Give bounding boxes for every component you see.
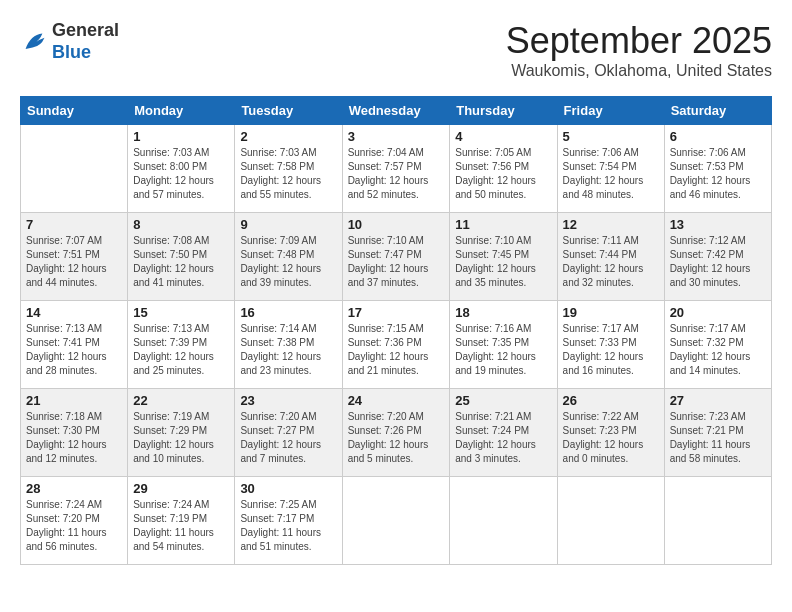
- day-number: 26: [563, 393, 659, 408]
- day-info: Sunrise: 7:08 AM Sunset: 7:50 PM Dayligh…: [133, 234, 229, 290]
- calendar-cell: 22Sunrise: 7:19 AM Sunset: 7:29 PM Dayli…: [128, 389, 235, 477]
- day-number: 29: [133, 481, 229, 496]
- day-info: Sunrise: 7:23 AM Sunset: 7:21 PM Dayligh…: [670, 410, 766, 466]
- day-info: Sunrise: 7:12 AM Sunset: 7:42 PM Dayligh…: [670, 234, 766, 290]
- day-info: Sunrise: 7:18 AM Sunset: 7:30 PM Dayligh…: [26, 410, 122, 466]
- day-info: Sunrise: 7:16 AM Sunset: 7:35 PM Dayligh…: [455, 322, 551, 378]
- calendar-cell: 6Sunrise: 7:06 AM Sunset: 7:53 PM Daylig…: [664, 125, 771, 213]
- calendar-cell: 26Sunrise: 7:22 AM Sunset: 7:23 PM Dayli…: [557, 389, 664, 477]
- calendar-cell: [21, 125, 128, 213]
- day-info: Sunrise: 7:03 AM Sunset: 7:58 PM Dayligh…: [240, 146, 336, 202]
- calendar-cell: 2Sunrise: 7:03 AM Sunset: 7:58 PM Daylig…: [235, 125, 342, 213]
- day-info: Sunrise: 7:20 AM Sunset: 7:26 PM Dayligh…: [348, 410, 445, 466]
- calendar-table: SundayMondayTuesdayWednesdayThursdayFrid…: [20, 96, 772, 565]
- calendar-cell: 28Sunrise: 7:24 AM Sunset: 7:20 PM Dayli…: [21, 477, 128, 565]
- calendar-cell: 4Sunrise: 7:05 AM Sunset: 7:56 PM Daylig…: [450, 125, 557, 213]
- weekday-header: Sunday: [21, 97, 128, 125]
- calendar-cell: 29Sunrise: 7:24 AM Sunset: 7:19 PM Dayli…: [128, 477, 235, 565]
- logo-blue: Blue: [52, 42, 119, 64]
- day-info: Sunrise: 7:15 AM Sunset: 7:36 PM Dayligh…: [348, 322, 445, 378]
- weekday-header: Monday: [128, 97, 235, 125]
- day-info: Sunrise: 7:17 AM Sunset: 7:33 PM Dayligh…: [563, 322, 659, 378]
- calendar-week-row: 1Sunrise: 7:03 AM Sunset: 8:00 PM Daylig…: [21, 125, 772, 213]
- day-info: Sunrise: 7:11 AM Sunset: 7:44 PM Dayligh…: [563, 234, 659, 290]
- day-number: 20: [670, 305, 766, 320]
- day-number: 11: [455, 217, 551, 232]
- day-info: Sunrise: 7:10 AM Sunset: 7:45 PM Dayligh…: [455, 234, 551, 290]
- day-info: Sunrise: 7:14 AM Sunset: 7:38 PM Dayligh…: [240, 322, 336, 378]
- calendar-cell: 3Sunrise: 7:04 AM Sunset: 7:57 PM Daylig…: [342, 125, 450, 213]
- calendar-cell: 30Sunrise: 7:25 AM Sunset: 7:17 PM Dayli…: [235, 477, 342, 565]
- calendar-cell: 24Sunrise: 7:20 AM Sunset: 7:26 PM Dayli…: [342, 389, 450, 477]
- day-number: 9: [240, 217, 336, 232]
- day-info: Sunrise: 7:25 AM Sunset: 7:17 PM Dayligh…: [240, 498, 336, 554]
- calendar-cell: 19Sunrise: 7:17 AM Sunset: 7:33 PM Dayli…: [557, 301, 664, 389]
- day-info: Sunrise: 7:13 AM Sunset: 7:39 PM Dayligh…: [133, 322, 229, 378]
- calendar-cell: 1Sunrise: 7:03 AM Sunset: 8:00 PM Daylig…: [128, 125, 235, 213]
- weekday-header: Wednesday: [342, 97, 450, 125]
- calendar-week-row: 14Sunrise: 7:13 AM Sunset: 7:41 PM Dayli…: [21, 301, 772, 389]
- day-info: Sunrise: 7:24 AM Sunset: 7:20 PM Dayligh…: [26, 498, 122, 554]
- day-number: 23: [240, 393, 336, 408]
- calendar-cell: 5Sunrise: 7:06 AM Sunset: 7:54 PM Daylig…: [557, 125, 664, 213]
- logo: General Blue: [20, 20, 119, 63]
- weekday-header: Tuesday: [235, 97, 342, 125]
- weekday-header: Thursday: [450, 97, 557, 125]
- calendar-cell: 8Sunrise: 7:08 AM Sunset: 7:50 PM Daylig…: [128, 213, 235, 301]
- calendar-cell: 21Sunrise: 7:18 AM Sunset: 7:30 PM Dayli…: [21, 389, 128, 477]
- day-number: 25: [455, 393, 551, 408]
- day-info: Sunrise: 7:10 AM Sunset: 7:47 PM Dayligh…: [348, 234, 445, 290]
- day-info: Sunrise: 7:06 AM Sunset: 7:54 PM Dayligh…: [563, 146, 659, 202]
- calendar-cell: 12Sunrise: 7:11 AM Sunset: 7:44 PM Dayli…: [557, 213, 664, 301]
- day-info: Sunrise: 7:06 AM Sunset: 7:53 PM Dayligh…: [670, 146, 766, 202]
- day-number: 8: [133, 217, 229, 232]
- calendar-cell: 16Sunrise: 7:14 AM Sunset: 7:38 PM Dayli…: [235, 301, 342, 389]
- weekday-header: Saturday: [664, 97, 771, 125]
- day-info: Sunrise: 7:19 AM Sunset: 7:29 PM Dayligh…: [133, 410, 229, 466]
- page-header: General Blue September 2025 Waukomis, Ok…: [20, 20, 772, 80]
- calendar-cell: 11Sunrise: 7:10 AM Sunset: 7:45 PM Dayli…: [450, 213, 557, 301]
- title-block: September 2025 Waukomis, Oklahoma, Unite…: [506, 20, 772, 80]
- day-info: Sunrise: 7:20 AM Sunset: 7:27 PM Dayligh…: [240, 410, 336, 466]
- calendar-cell: 20Sunrise: 7:17 AM Sunset: 7:32 PM Dayli…: [664, 301, 771, 389]
- day-number: 7: [26, 217, 122, 232]
- day-number: 18: [455, 305, 551, 320]
- day-number: 6: [670, 129, 766, 144]
- day-info: Sunrise: 7:24 AM Sunset: 7:19 PM Dayligh…: [133, 498, 229, 554]
- calendar-cell: 23Sunrise: 7:20 AM Sunset: 7:27 PM Dayli…: [235, 389, 342, 477]
- month-title: September 2025: [506, 20, 772, 62]
- day-number: 14: [26, 305, 122, 320]
- logo-general: General: [52, 20, 119, 42]
- day-number: 22: [133, 393, 229, 408]
- calendar-week-row: 21Sunrise: 7:18 AM Sunset: 7:30 PM Dayli…: [21, 389, 772, 477]
- calendar-cell: [664, 477, 771, 565]
- day-number: 10: [348, 217, 445, 232]
- location: Waukomis, Oklahoma, United States: [506, 62, 772, 80]
- calendar-cell: 15Sunrise: 7:13 AM Sunset: 7:39 PM Dayli…: [128, 301, 235, 389]
- calendar-cell: 27Sunrise: 7:23 AM Sunset: 7:21 PM Dayli…: [664, 389, 771, 477]
- calendar-week-row: 7Sunrise: 7:07 AM Sunset: 7:51 PM Daylig…: [21, 213, 772, 301]
- day-info: Sunrise: 7:21 AM Sunset: 7:24 PM Dayligh…: [455, 410, 551, 466]
- weekday-header: Friday: [557, 97, 664, 125]
- calendar-cell: 13Sunrise: 7:12 AM Sunset: 7:42 PM Dayli…: [664, 213, 771, 301]
- day-number: 17: [348, 305, 445, 320]
- day-number: 24: [348, 393, 445, 408]
- calendar-cell: [450, 477, 557, 565]
- day-number: 1: [133, 129, 229, 144]
- day-number: 28: [26, 481, 122, 496]
- day-number: 15: [133, 305, 229, 320]
- calendar-cell: [342, 477, 450, 565]
- calendar-cell: 7Sunrise: 7:07 AM Sunset: 7:51 PM Daylig…: [21, 213, 128, 301]
- day-info: Sunrise: 7:04 AM Sunset: 7:57 PM Dayligh…: [348, 146, 445, 202]
- day-number: 16: [240, 305, 336, 320]
- day-info: Sunrise: 7:09 AM Sunset: 7:48 PM Dayligh…: [240, 234, 336, 290]
- calendar-week-row: 28Sunrise: 7:24 AM Sunset: 7:20 PM Dayli…: [21, 477, 772, 565]
- day-number: 21: [26, 393, 122, 408]
- calendar-cell: 10Sunrise: 7:10 AM Sunset: 7:47 PM Dayli…: [342, 213, 450, 301]
- day-number: 13: [670, 217, 766, 232]
- weekday-header-row: SundayMondayTuesdayWednesdayThursdayFrid…: [21, 97, 772, 125]
- day-info: Sunrise: 7:17 AM Sunset: 7:32 PM Dayligh…: [670, 322, 766, 378]
- day-number: 5: [563, 129, 659, 144]
- day-number: 19: [563, 305, 659, 320]
- day-number: 27: [670, 393, 766, 408]
